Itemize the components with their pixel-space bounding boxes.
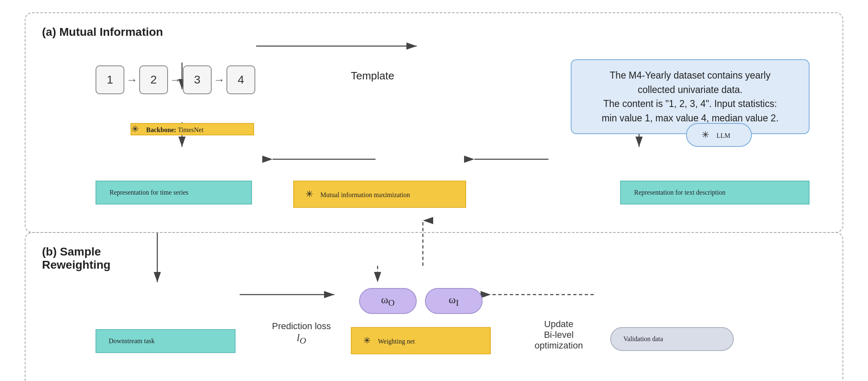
ts-box-1: 1	[96, 65, 124, 94]
llm-icon	[702, 130, 712, 140]
text-description-box: The M4-Yearly dataset contains yearly co…	[571, 59, 810, 134]
ts-arrow-3: →	[213, 73, 225, 86]
omega-i-node: ωI	[425, 288, 483, 314]
weighting-net-node: Weighting net	[351, 327, 491, 354]
representation-ts-node: Representation for time series	[96, 181, 252, 204]
section-a-label: (a) Mutual Information	[42, 26, 826, 39]
diagram-container: (a) Mutual Information	[25, 12, 843, 381]
representation-text-label: Representation for text description	[634, 189, 726, 196]
downstream-label: Downstream task	[109, 337, 155, 344]
ts-boxes-container: 1 → 2 → 3 → 4	[96, 65, 255, 94]
ts-box-4: 4	[226, 65, 255, 94]
mutual-info-icon	[306, 189, 315, 199]
omega-o-node: ωO	[359, 288, 417, 314]
weighting-net-label: Weighting net	[378, 338, 415, 345]
backbone-node: Backbone: TimesNet	[131, 123, 254, 135]
backbone-icon	[131, 124, 141, 134]
llm-label: LLM	[716, 132, 730, 139]
ts-arrow-1: →	[126, 73, 138, 86]
downstream-task-node: Downstream task	[96, 329, 236, 353]
weighting-net-icon	[363, 335, 373, 346]
section-b: (b) Sample Reweighting	[25, 232, 843, 381]
prediction-loss-label: Prediction loss lO	[260, 321, 343, 346]
update-label: Update Bi-level optimization	[513, 319, 604, 351]
validation-data-node: Validation data	[610, 327, 734, 351]
template-label: Template	[351, 70, 394, 82]
backbone-prefix-text: Backbone:	[146, 126, 176, 133]
mutual-info-node: Mutual information maximization	[293, 181, 466, 208]
mutual-info-label: Mutual information maximization	[320, 191, 410, 198]
ts-box-3: 3	[183, 65, 212, 94]
section-a: (a) Mutual Information	[25, 12, 843, 233]
ts-arrow-2: →	[170, 73, 181, 86]
ts-box-2: 2	[139, 65, 168, 94]
representation-ts-label: Representation for time series	[110, 189, 189, 196]
validation-data-label: Validation data	[623, 335, 663, 342]
backbone-suffix-text: TimesNet	[178, 126, 204, 133]
representation-text-node: Representation for text description	[620, 181, 810, 204]
llm-node: LLM	[686, 123, 752, 147]
section-b-label: (b) Sample Reweighting	[42, 245, 826, 272]
